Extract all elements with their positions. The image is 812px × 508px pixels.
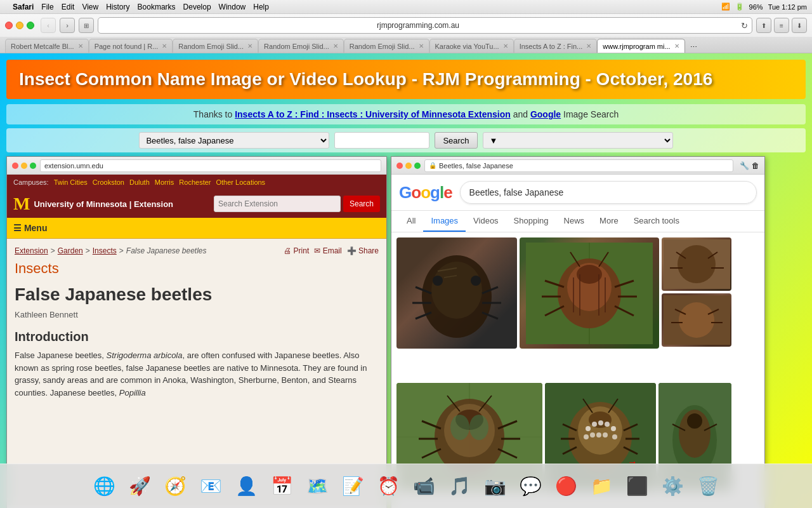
dock-reminders[interactable]: ⏰ [372,470,405,503]
menu-view[interactable]: View [82,3,98,11]
dock-calendar[interactable]: 📅 [265,470,298,503]
right-mini-minimize[interactable] [405,163,412,169]
google-link[interactable]: Google [530,109,561,119]
close-button[interactable] [5,22,13,29]
insect-select[interactable]: Beetles, false Japanese [139,132,329,149]
google-search-box[interactable]: Beetles, false Japanese [460,181,757,204]
umn-link[interactable]: Insects A to Z : Find : Insects : Univer… [235,109,511,119]
umn-search-input[interactable] [214,196,341,212]
dock-photos[interactable]: 📷 [478,470,511,503]
tab-3[interactable]: Random Emoji Slid...✕ [258,39,344,53]
url-bar[interactable]: rjmprogramming.com.au ↻ [98,17,752,34]
dock-notes[interactable]: 📝 [336,470,369,503]
fullscreen-button[interactable] [27,22,34,29]
tab-5[interactable]: Karaoke via YouTu...✕ [429,39,514,53]
campus-crookston[interactable]: Crookston [93,178,124,186]
dock-mail[interactable]: 📧 [194,470,227,503]
tab-2[interactable]: Random Emoji Slid...✕ [173,39,258,53]
right-mini-close[interactable] [396,163,403,169]
campus-rochester[interactable]: Rochester [179,178,211,186]
back-button[interactable]: ‹ [41,18,56,33]
tab-more[interactable]: ⋯ [688,42,700,53]
reader-button[interactable]: ≡ [774,18,789,33]
google-tab-all[interactable]: All [399,211,423,232]
breadcrumb-extension[interactable]: Extension [15,246,48,255]
mini-minimize[interactable] [21,163,27,169]
dock-maps[interactable]: 🗺️ [301,470,334,503]
umn-search-button[interactable]: Search [343,196,380,212]
tab-7[interactable]: www.rjmprogram mi...✕ [597,39,684,53]
print-action[interactable]: 🖨 Print [284,246,309,255]
reload-button[interactable]: ↻ [741,21,748,30]
google-tab-images[interactable]: Images [423,211,466,232]
mini-fullscreen[interactable] [30,163,36,169]
dock-messages[interactable]: 💬 [514,470,547,503]
menu-safari[interactable]: Safari [13,3,34,11]
menu-file[interactable]: File [41,3,53,11]
tab-close-5[interactable]: ✕ [503,43,508,50]
forward-button[interactable]: › [60,18,75,33]
minimize-button[interactable] [16,22,23,29]
breadcrumb-insects[interactable]: Insects [93,246,117,255]
campus-duluth[interactable]: Duluth [129,178,150,186]
campus-morris[interactable]: Morris [155,178,174,186]
tab-1[interactable]: Page not found | R...✕ [89,39,173,53]
delete-icon[interactable]: 🗑 [752,161,759,170]
tab-close-0[interactable]: ✕ [78,43,83,50]
beetle-image-2[interactable] [520,237,659,349]
type-select[interactable]: ▼ [483,132,673,149]
dock-filezilla[interactable]: 📁 [585,470,618,503]
dock-contacts[interactable]: 👤 [230,470,263,503]
tab-close-6[interactable]: ✕ [586,43,591,50]
google-tab-shopping[interactable]: Shopping [506,211,556,232]
email-action[interactable]: ✉ Email [314,246,341,255]
tab-0[interactable]: Robert Metcalfe Bl...✕ [5,39,89,53]
download-button[interactable]: ⬇ [792,18,807,33]
devtools-icon[interactable]: 🔧 [740,161,749,170]
beetle-image-3[interactable] [662,237,731,291]
share-button[interactable]: ⬆ [756,18,771,33]
main-page: Insect Common Name Image or Video Lookup… [0,53,812,508]
left-url-bar[interactable]: extension.umn.edu [40,159,381,172]
dock-terminal[interactable]: ⬛ [620,470,653,503]
dock-trash[interactable]: 🗑️ [691,470,724,503]
search-input[interactable] [334,132,429,149]
google-tab-search-tools[interactable]: Search tools [626,211,687,232]
menu-history[interactable]: History [106,3,129,11]
dock-facetime[interactable]: 📹 [407,470,440,503]
menu-bookmarks[interactable]: Bookmarks [138,3,176,11]
share-action[interactable]: ➕ Share [347,246,379,255]
google-search-text: Beetles, false Japanese [469,187,564,197]
menu-help[interactable]: Help [253,3,269,11]
tab-4[interactable]: Random Emoji Slid...✕ [344,39,429,53]
tab-close-3[interactable]: ✕ [333,43,338,50]
beetle-image-4[interactable] [662,293,731,347]
right-mini-fullscreen[interactable] [414,163,421,169]
google-tab-more[interactable]: More [592,211,626,232]
dock-settings[interactable]: ⚙️ [656,470,689,503]
tab-6[interactable]: Insects A to Z : Fin...✕ [514,39,598,53]
dock-music[interactable]: 🎵 [443,470,476,503]
beetle-image-1[interactable] [396,237,517,349]
tab-view-button[interactable]: ⊞ [79,18,94,33]
google-tab-videos[interactable]: Videos [466,211,506,232]
campus-twin-cities[interactable]: Twin Cities [54,178,88,186]
tab-close-7[interactable]: ✕ [674,43,679,50]
mini-close[interactable] [12,163,18,169]
google-tab-news[interactable]: News [556,211,593,232]
menu-window[interactable]: Window [219,3,246,11]
campus-other[interactable]: Other Locations [216,178,265,186]
dock-finder[interactable]: 🌐 [88,470,121,503]
right-url-bar[interactable]: 🔒 Beetles, false Japanese [424,159,733,172]
umn-menu-bar[interactable]: ☰ Menu [7,218,386,239]
search-button[interactable]: Search [435,132,477,149]
breadcrumb-garden[interactable]: Garden [58,246,83,255]
dock-launchpad[interactable]: 🚀 [123,470,156,503]
tab-close-2[interactable]: ✕ [247,43,252,50]
tab-close-1[interactable]: ✕ [162,43,167,50]
menu-develop[interactable]: Develop [183,3,211,11]
dock-safari[interactable]: 🧭 [159,470,192,503]
menu-edit[interactable]: Edit [62,3,75,11]
dock-chrome[interactable]: 🔴 [549,470,582,503]
tab-close-4[interactable]: ✕ [419,43,424,50]
